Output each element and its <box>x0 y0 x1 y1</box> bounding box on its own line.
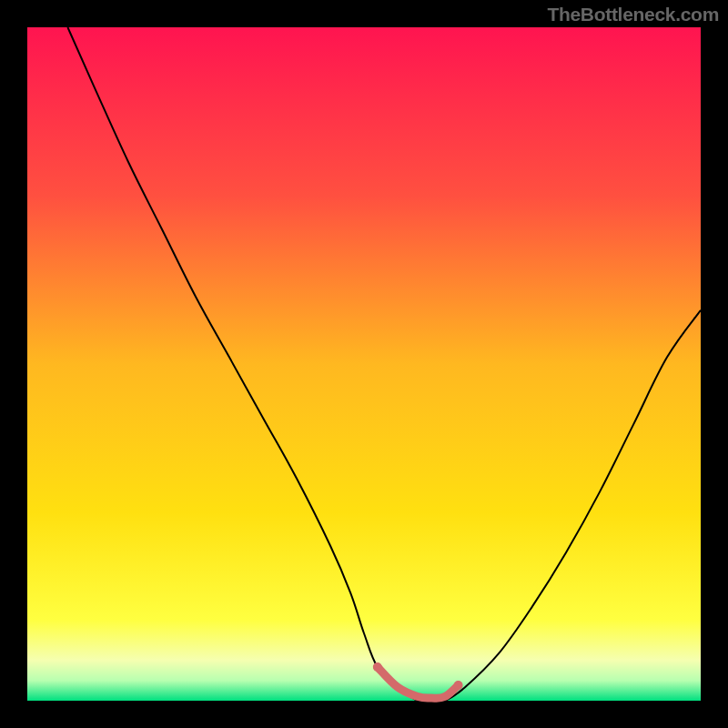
bottleneck-chart <box>0 0 728 728</box>
plot-background <box>27 27 701 701</box>
optimal-range-endpoint <box>373 662 382 672</box>
optimal-range-endpoint <box>454 681 463 690</box>
attribution-text: TheBottleneck.com <box>547 4 719 25</box>
